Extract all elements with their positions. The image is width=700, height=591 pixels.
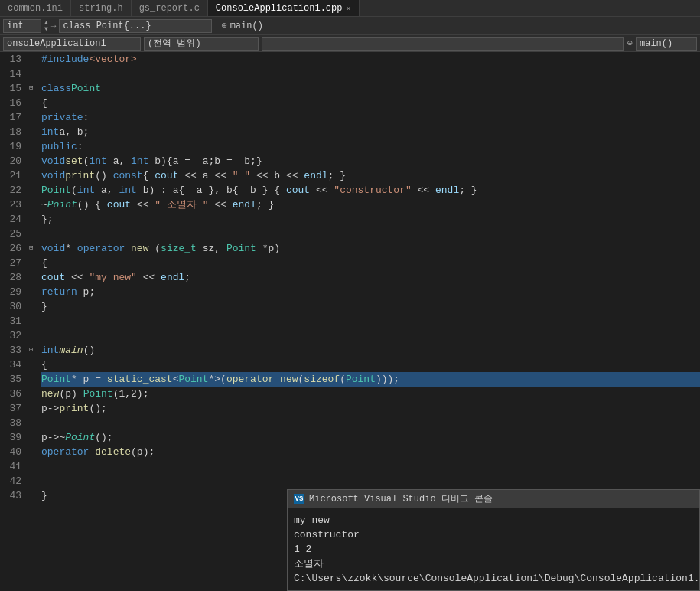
nav-main-label: main() bbox=[230, 21, 263, 31]
code-line: int a, b; bbox=[41, 125, 700, 139]
code-line bbox=[41, 328, 700, 343]
scope-func-input[interactable] bbox=[636, 37, 697, 51]
scope-line bbox=[34, 401, 34, 416]
scope-line bbox=[34, 270, 34, 285]
nav-right-arrow-icon: → bbox=[51, 21, 57, 31]
console-output-line: my new bbox=[294, 513, 693, 527]
scope-line bbox=[34, 299, 34, 314]
code-line: Point(int _a, int _b) : a{ _a }, b{ _b }… bbox=[41, 183, 700, 198]
code-line: void print() const { cout << a << " " <<… bbox=[41, 168, 700, 183]
console-output-line: C:\Users\zzokk\source\ConsoleApplication… bbox=[294, 571, 693, 586]
code-line: int main() bbox=[41, 343, 700, 358]
console-output-line: 소멸자 bbox=[294, 557, 693, 571]
scope-line bbox=[34, 358, 34, 372]
scope-line bbox=[34, 488, 34, 503]
code-line: { bbox=[41, 96, 700, 110]
code-line: new(p) Point(1,2); bbox=[41, 387, 700, 401]
code-line: }; bbox=[41, 212, 700, 227]
console-output-line: constructor bbox=[294, 527, 693, 542]
code-line bbox=[41, 474, 700, 488]
scope-line bbox=[34, 459, 34, 474]
scope-file-input[interactable] bbox=[3, 37, 141, 51]
code-line: public : bbox=[41, 139, 700, 154]
scope-icon: ⊕ bbox=[627, 38, 633, 49]
code-line: return p; bbox=[41, 285, 700, 299]
scope-line bbox=[34, 198, 34, 212]
tab-common-ini[interactable]: common.ini bbox=[0, 0, 71, 16]
tab-close-icon[interactable]: ✕ bbox=[346, 4, 350, 13]
console-body: my newconstructor1 2 소멸자C:\Users\zzokk\s… bbox=[288, 508, 699, 590]
console-output-line: 1 2 bbox=[294, 542, 693, 557]
code-line: p->print(); bbox=[41, 401, 700, 416]
console-icon: VS bbox=[294, 494, 304, 504]
left-gutter: ⊟⊟⊟ bbox=[28, 52, 38, 591]
nav-arrow-down[interactable]: ▼ bbox=[44, 26, 48, 32]
scope-line bbox=[34, 168, 34, 183]
code-line: cout << "my new" << endl; bbox=[41, 270, 700, 285]
code-line: void* operator new (size_t sz, Point *p) bbox=[41, 241, 700, 256]
nav-bar: ▲ ▼ → ⊕ main() bbox=[0, 17, 700, 35]
code-line bbox=[41, 314, 700, 328]
scope-line bbox=[34, 256, 34, 270]
scope-line bbox=[34, 154, 34, 168]
scope-line bbox=[34, 430, 34, 445]
scope-line bbox=[34, 285, 34, 299]
scope-global-input[interactable] bbox=[144, 37, 259, 51]
scope-line bbox=[34, 81, 34, 96]
code-line: Point* p = static_cast<Point*>(operator … bbox=[41, 372, 700, 387]
code-line bbox=[41, 67, 700, 81]
tab-bar: common.ini string.h gs_report.c ConsoleA… bbox=[0, 0, 700, 17]
scope-line bbox=[34, 212, 34, 227]
nav-int-input[interactable] bbox=[3, 19, 41, 33]
scope-line bbox=[34, 183, 34, 198]
console-popup: VS Microsoft Visual Studio 디버그 콘솔 my new… bbox=[287, 489, 700, 591]
code-line bbox=[41, 416, 700, 430]
code-line: } bbox=[41, 299, 700, 314]
scope-line bbox=[34, 241, 34, 256]
scope-line bbox=[34, 139, 34, 154]
code-line: ~Point() { cout << " 소멸자 " << endl; } bbox=[41, 198, 700, 212]
tab-console-app[interactable]: ConsoleApplication1.cpp ✕ bbox=[208, 0, 360, 16]
collapse-btn[interactable]: ⊟ bbox=[29, 241, 33, 256]
code-line bbox=[41, 227, 700, 241]
line-numbers: 1314151617181920212223242526272829303132… bbox=[0, 52, 28, 591]
scope-line bbox=[34, 125, 34, 139]
code-line: { bbox=[41, 358, 700, 372]
scope-line bbox=[34, 387, 34, 401]
collapse-btn[interactable]: ⊟ bbox=[29, 81, 33, 96]
scope-line bbox=[34, 110, 34, 125]
tab-gs-report[interactable]: gs_report.c bbox=[132, 0, 208, 16]
scope-bar: ⊕ bbox=[0, 35, 700, 52]
console-title-bar: VS Microsoft Visual Studio 디버그 콘솔 bbox=[288, 490, 699, 508]
code-line: { bbox=[41, 256, 700, 270]
console-title: Microsoft Visual Studio 디버그 콘솔 bbox=[309, 492, 493, 505]
scope-line bbox=[34, 343, 34, 358]
nav-arrows: ▲ ▼ bbox=[44, 20, 48, 32]
collapse-btn[interactable]: ⊟ bbox=[29, 343, 33, 358]
scope-line bbox=[34, 96, 34, 110]
code-line: void set(int _a, int _b){a = _a;b = _b;} bbox=[41, 154, 700, 168]
code-line: p->~Point(); bbox=[41, 430, 700, 445]
code-line: class Point bbox=[41, 81, 700, 96]
scope-line bbox=[34, 474, 34, 488]
scope-empty-input[interactable] bbox=[262, 37, 624, 51]
code-line: #include <vector> bbox=[41, 52, 700, 67]
scope-line bbox=[34, 445, 34, 459]
tab-string-h[interactable]: string.h bbox=[71, 0, 132, 16]
code-line: private: bbox=[41, 110, 700, 125]
code-line bbox=[41, 459, 700, 474]
nav-main-icon: ⊕ bbox=[221, 20, 226, 31]
scope-line bbox=[34, 416, 34, 430]
code-line: operator delete(p); bbox=[41, 445, 700, 459]
scope-line bbox=[34, 372, 34, 387]
code-area: 1314151617181920212223242526272829303132… bbox=[0, 52, 700, 591]
nav-class-scope-input[interactable] bbox=[59, 19, 212, 33]
